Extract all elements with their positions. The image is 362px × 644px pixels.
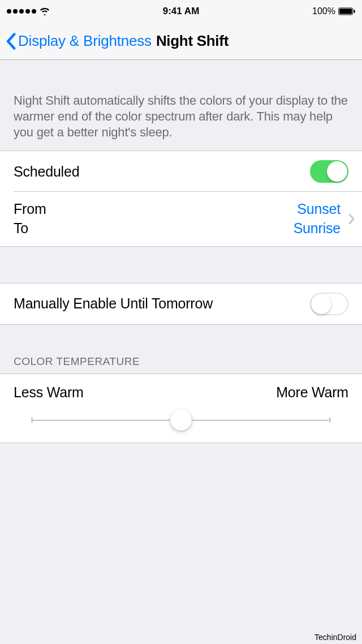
manual-enable-label: Manually Enable Until Tomorrow [14, 295, 310, 312]
battery-percent: 100% [312, 6, 335, 16]
battery-icon [338, 7, 355, 15]
manual-enable-row: Manually Enable Until Tomorrow [0, 284, 362, 324]
page-title: Night Shift [156, 32, 229, 50]
back-chevron-icon[interactable] [6, 33, 16, 50]
less-warm-label: Less Warm [14, 384, 84, 401]
manual-enable-toggle[interactable] [310, 293, 348, 315]
schedule-values: Sunset Sunrise [294, 200, 341, 238]
scheduled-group: Scheduled From To Sunset Sunrise [0, 151, 362, 247]
more-warm-label: More Warm [276, 384, 348, 401]
status-left [7, 7, 50, 15]
back-button[interactable]: Display & Brightness [18, 32, 152, 50]
status-time: 9:41 AM [163, 6, 200, 17]
from-label: From [14, 200, 294, 219]
scheduled-toggle[interactable] [310, 160, 348, 183]
watermark: TechinDroid [314, 633, 356, 642]
description-text: Night Shift automatically shifts the col… [0, 60, 362, 151]
scheduled-label: Scheduled [14, 164, 310, 180]
to-label: To [14, 219, 294, 238]
color-temperature-group: Less Warm More Warm [0, 373, 362, 443]
schedule-labels: From To [14, 200, 294, 238]
chevron-right-icon [348, 213, 355, 225]
svg-rect-2 [354, 10, 355, 13]
status-bar: 9:41 AM 100% [0, 0, 362, 23]
color-temperature-header: COLOR TEMPERATURE [0, 325, 362, 373]
svg-rect-1 [339, 8, 352, 14]
wifi-icon [40, 7, 50, 15]
nav-bar: Display & Brightness Night Shift [0, 23, 362, 60]
status-right: 100% [312, 6, 355, 16]
scheduled-row: Scheduled [0, 151, 362, 192]
schedule-time-row[interactable]: From To Sunset Sunrise [0, 192, 362, 246]
to-value: Sunrise [294, 219, 341, 238]
from-value: Sunset [294, 200, 341, 219]
signal-strength-icon [7, 9, 36, 14]
color-temperature-slider[interactable] [14, 410, 348, 430]
manual-group: Manually Enable Until Tomorrow [0, 283, 362, 325]
slider-knob[interactable] [170, 409, 192, 431]
